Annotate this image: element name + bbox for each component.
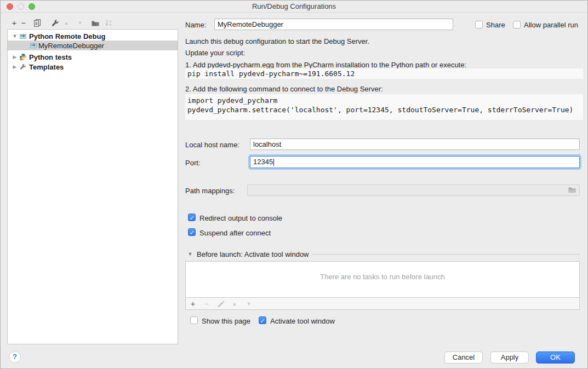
- settrace-code-line-1: import pydevd_pycharm: [187, 96, 581, 105]
- path-mappings-input[interactable]: [247, 184, 580, 196]
- move-up-button[interactable]: ▲: [61, 18, 71, 28]
- instruction-line-1: Launch this debug configuration to start…: [185, 37, 369, 45]
- share-label: Share: [486, 21, 505, 29]
- tree-item-templates[interactable]: ▶ Templates: [8, 62, 178, 72]
- zoom-button[interactable]: [28, 3, 35, 10]
- move-down-button[interactable]: ▼: [75, 18, 85, 28]
- help-button[interactable]: ?: [9, 351, 21, 363]
- name-value: MyRemoteDebugger: [218, 20, 283, 28]
- before-launch-title: Before launch: Activate tool window: [197, 250, 309, 258]
- browse-folder-icon[interactable]: [568, 186, 576, 194]
- tree-item-label: Templates: [29, 63, 64, 71]
- chevron-collapsed-icon[interactable]: ▶: [12, 54, 18, 60]
- new-folder-icon: [91, 19, 100, 27]
- move-task-up-button[interactable]: ▲: [230, 299, 239, 309]
- remove-icon: −: [204, 299, 209, 309]
- text-caret: [273, 159, 274, 166]
- run-debug-configurations-dialog: Run/Debug Configurations + − ▲ ▼: [0, 0, 588, 369]
- ok-button[interactable]: OK: [536, 351, 575, 364]
- sort-alphabetically-icon: [104, 19, 113, 27]
- pip-install-code-block: pip install pydevd-pycharm~=191.6605.12: [185, 68, 583, 79]
- tree-item-label: Python tests: [29, 53, 72, 61]
- path-mappings-label: Path mappings:: [185, 187, 235, 195]
- remove-icon: −: [21, 18, 26, 28]
- allow-parallel-run-checkbox[interactable]: [513, 21, 521, 28]
- local-host-name-input[interactable]: localhost: [250, 139, 580, 150]
- remote-debug-config-icon: [19, 32, 27, 40]
- tree-item-label: MyRemoteDebugger: [38, 42, 104, 50]
- tree-item-python-remote-debug[interactable]: ▼ Python Remote Debug: [8, 31, 178, 41]
- window-title: Run/Debug Configurations: [1, 1, 587, 12]
- share-checkbox[interactable]: [475, 21, 483, 28]
- before-launch-tasks-list[interactable]: There are no tasks to run before launch: [185, 261, 580, 298]
- remove-configuration-button[interactable]: −: [19, 18, 28, 28]
- tasks-empty-text: There are no tasks to run before launch: [186, 273, 579, 281]
- redirect-output-label: Redirect output to console: [199, 214, 282, 222]
- activate-tool-window-label: Activate tool window: [270, 317, 335, 325]
- move-up-icon: ▲: [232, 299, 237, 309]
- before-launch-collapse-icon[interactable]: ▼: [187, 251, 193, 257]
- local-host-name-label: Local host name:: [185, 141, 239, 149]
- remote-debug-config-icon: [30, 42, 37, 49]
- chevron-expanded-icon[interactable]: ▼: [12, 33, 18, 39]
- suspend-after-connect-label: Suspend after connect: [199, 229, 271, 237]
- edit-task-button[interactable]: [216, 299, 226, 309]
- redirect-output-checkbox[interactable]: [188, 214, 196, 221]
- create-folder-button[interactable]: [90, 18, 100, 28]
- apply-button[interactable]: Apply: [490, 351, 529, 364]
- python-tests-icon: [19, 53, 27, 61]
- copy-icon: [33, 19, 42, 27]
- help-icon: ?: [13, 353, 17, 361]
- instruction-line-2: Update your script:: [185, 49, 245, 57]
- tree-item-label: Python Remote Debug: [29, 32, 105, 41]
- sort-configurations-button[interactable]: [104, 18, 113, 28]
- pencil-icon: [217, 300, 225, 308]
- wrench-icon: [51, 19, 60, 27]
- chevron-collapsed-icon[interactable]: ▶: [12, 64, 18, 70]
- add-icon: +: [191, 299, 195, 309]
- settrace-code-line-2: pydevd_pycharm.settrace('localhost', por…: [187, 105, 581, 114]
- copy-configuration-button[interactable]: [32, 18, 42, 28]
- pip-install-command: pip install pydevd-pycharm~=191.6605.12: [187, 70, 355, 78]
- add-task-button[interactable]: +: [188, 299, 198, 309]
- allow-parallel-run-label: Allow parallel run: [524, 21, 578, 29]
- tree-item-myremotedebugger[interactable]: MyRemoteDebugger: [8, 41, 178, 50]
- instruction-step-1: 1. Add pydevd-pycharm.egg from the PyCha…: [185, 61, 466, 69]
- move-task-down-button[interactable]: ▼: [244, 299, 254, 309]
- name-label: Name:: [185, 21, 206, 29]
- settrace-code-block: import pydevd_pycharm pydevd_pycharm.set…: [185, 94, 583, 120]
- tasks-toolbar: + − ▲ ▼: [185, 297, 580, 310]
- move-down-icon: ▼: [247, 299, 252, 309]
- remove-task-button[interactable]: −: [202, 299, 212, 309]
- port-label: Port:: [185, 159, 200, 167]
- before-launch-separator: [312, 254, 580, 255]
- show-this-page-checkbox[interactable]: [190, 316, 198, 324]
- templates-wrench-icon: [19, 63, 27, 71]
- instruction-step-2: 2. Add the following command to connect …: [185, 85, 383, 93]
- configurations-tree: ▼ Python Remote Debug MyRemoteDebugger ▶: [7, 29, 178, 344]
- add-icon: +: [12, 18, 17, 28]
- minimize-button: [18, 3, 24, 10]
- title-bar: Run/Debug Configurations: [1, 1, 587, 13]
- tree-item-python-tests[interactable]: ▶ Python tests: [8, 52, 178, 62]
- close-button[interactable]: [7, 3, 13, 10]
- port-input[interactable]: 12345: [250, 156, 580, 168]
- suspend-after-connect-checkbox[interactable]: [188, 228, 196, 236]
- show-this-page-label: Show this page: [202, 317, 250, 325]
- name-input[interactable]: MyRemoteDebugger: [214, 19, 453, 30]
- port-value: 12345: [253, 158, 273, 166]
- move-down-icon: ▼: [78, 18, 83, 28]
- add-configuration-button[interactable]: +: [9, 18, 19, 28]
- move-up-icon: ▲: [64, 18, 69, 28]
- local-host-name-value: localhost: [253, 140, 281, 148]
- cancel-button[interactable]: Cancel: [444, 351, 483, 364]
- activate-tool-window-checkbox[interactable]: [259, 316, 266, 324]
- edit-templates-button[interactable]: [50, 18, 60, 28]
